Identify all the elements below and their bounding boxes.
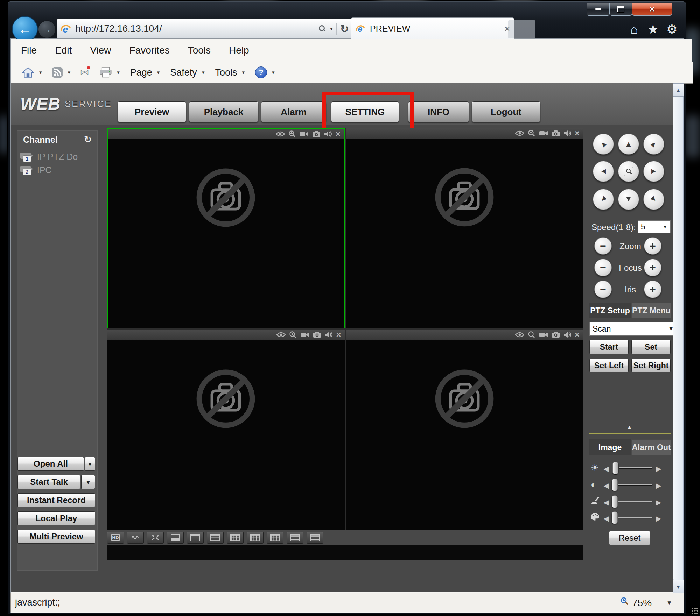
- tools-menu[interactable]: Tools: [215, 67, 237, 78]
- address-bar[interactable]: e http://172.16.13.104/ ▾ ↻: [57, 19, 352, 38]
- ptz-down-button[interactable]: ▲: [618, 189, 639, 210]
- quality-hd-button[interactable]: HD: [107, 532, 124, 544]
- eight-split-button[interactable]: [247, 532, 264, 544]
- back-button[interactable]: ←: [12, 16, 38, 42]
- saturation-slider-handle[interactable]: [612, 495, 618, 508]
- close-stream-icon[interactable]: ×: [336, 331, 341, 339]
- home-button-icon[interactable]: [22, 67, 34, 78]
- video-cell-1[interactable]: ×: [107, 128, 345, 328]
- contrast-slider-handle[interactable]: [612, 479, 618, 491]
- snapshot-icon[interactable]: [313, 331, 321, 338]
- page-menu[interactable]: Page: [130, 67, 152, 78]
- saturation-increase-button[interactable]: ▶: [656, 499, 661, 506]
- snapshot-icon[interactable]: [552, 331, 560, 338]
- tab-preview-page[interactable]: Preview: [118, 101, 186, 122]
- preview-eye-icon[interactable]: [515, 130, 524, 136]
- ptz-menu-tab[interactable]: PTZ Menu: [631, 303, 671, 318]
- close-button[interactable]: ×: [632, 3, 672, 16]
- open-all-dropdown-button[interactable]: ▾: [85, 457, 95, 471]
- safety-dropdown-icon[interactable]: ▾: [202, 69, 205, 76]
- audio-icon[interactable]: [324, 131, 332, 137]
- refresh-button[interactable]: ↻: [340, 23, 349, 35]
- audio-icon[interactable]: [564, 332, 571, 338]
- tab-alarm[interactable]: Alarm: [261, 101, 326, 122]
- menu-edit[interactable]: Edit: [55, 45, 72, 56]
- menu-help[interactable]: Help: [229, 45, 249, 56]
- set-button[interactable]: Set: [631, 340, 671, 354]
- audio-icon[interactable]: [325, 332, 332, 338]
- thirteen-split-button[interactable]: [287, 532, 303, 544]
- multi-preview-button[interactable]: Multi Preview: [18, 530, 95, 544]
- instant-record-button[interactable]: Instant Record: [18, 493, 95, 507]
- contrast-increase-button[interactable]: ▶: [656, 482, 661, 489]
- fluency-button[interactable]: [127, 532, 144, 544]
- brightness-slider-handle[interactable]: [612, 462, 618, 474]
- ptz-up-left-button[interactable]: ▲: [593, 134, 614, 155]
- ptz-up-right-button[interactable]: ▲: [643, 134, 664, 155]
- scroll-down-button[interactable]: ▼: [673, 580, 684, 593]
- rss-feed-icon[interactable]: [52, 67, 63, 78]
- reset-button[interactable]: Reset: [609, 531, 650, 545]
- preview-eye-icon[interactable]: [515, 332, 524, 338]
- menu-tools[interactable]: Tools: [188, 45, 211, 56]
- hue-slider-track[interactable]: [618, 517, 652, 518]
- forward-button[interactable]: →: [38, 20, 56, 38]
- video-cell-2[interactable]: ×: [346, 128, 583, 328]
- home-icon[interactable]: ⌂: [626, 22, 643, 37]
- open-all-button[interactable]: Open All: [18, 457, 84, 471]
- close-stream-icon[interactable]: ×: [335, 130, 340, 138]
- print-icon[interactable]: [99, 67, 112, 78]
- snapshot-icon[interactable]: [312, 131, 321, 137]
- ptz-down-left-button[interactable]: ▲: [593, 189, 614, 210]
- collapse-panel-icon[interactable]: ▲: [626, 424, 632, 431]
- nine-split-button[interactable]: [267, 532, 284, 544]
- print-dropdown-icon[interactable]: ▾: [117, 69, 120, 76]
- zoom-level[interactable]: 75%: [632, 597, 652, 609]
- zoom-minus-button[interactable]: −: [594, 237, 612, 255]
- menu-view[interactable]: View: [90, 45, 111, 56]
- start-talk-dropdown-button[interactable]: ▾: [81, 475, 95, 489]
- help-icon[interactable]: ?: [255, 66, 267, 78]
- audio-icon[interactable]: [564, 130, 571, 136]
- saturation-slider-track[interactable]: [618, 501, 652, 502]
- digital-zoom-icon[interactable]: [289, 331, 297, 339]
- record-icon[interactable]: [300, 332, 309, 338]
- original-ratio-button[interactable]: [167, 532, 184, 544]
- safety-menu[interactable]: Safety: [170, 67, 197, 78]
- snapshot-icon[interactable]: [552, 130, 560, 137]
- settings-gear-icon[interactable]: ⚙: [664, 22, 680, 37]
- local-play-button[interactable]: Local Play: [18, 511, 95, 525]
- contrast-decrease-button[interactable]: ◀: [603, 482, 609, 489]
- search-dropdown-icon[interactable]: ▾: [330, 26, 333, 32]
- hue-decrease-button[interactable]: ◀: [603, 515, 609, 522]
- focus-plus-button[interactable]: +: [644, 259, 662, 276]
- ptz-right-button[interactable]: ▲: [643, 161, 664, 182]
- ptz-setup-tab[interactable]: PTZ Setup: [589, 303, 631, 318]
- four-split-button[interactable]: [207, 532, 224, 544]
- image-tab[interactable]: Image: [589, 439, 631, 455]
- digital-zoom-icon[interactable]: [528, 331, 536, 339]
- refresh-channels-icon[interactable]: ↻: [84, 134, 92, 145]
- close-stream-icon[interactable]: ×: [575, 331, 580, 339]
- zoom-dropdown-icon[interactable]: ▼: [666, 600, 672, 607]
- contrast-slider-track[interactable]: [618, 484, 652, 485]
- search-icon[interactable]: [319, 25, 326, 32]
- focus-minus-button[interactable]: −: [594, 259, 612, 276]
- speed-select[interactable]: 5 ▼: [638, 220, 671, 233]
- ptz-up-button[interactable]: ▲: [618, 134, 639, 155]
- record-icon[interactable]: [539, 332, 548, 338]
- digital-zoom-icon[interactable]: [528, 129, 536, 137]
- start-talk-button[interactable]: Start Talk: [18, 475, 80, 489]
- resize-grip[interactable]: [691, 607, 699, 615]
- help-dropdown-icon[interactable]: ▾: [272, 69, 275, 76]
- digital-zoom-icon[interactable]: [288, 130, 296, 138]
- brightness-increase-button[interactable]: ▶: [656, 465, 661, 472]
- menu-favorites[interactable]: Favorites: [130, 45, 170, 56]
- channel-item-ipc[interactable]: 2 IPC: [20, 164, 93, 176]
- new-tab-button[interactable]: [508, 20, 536, 38]
- close-stream-icon[interactable]: ×: [575, 129, 580, 137]
- tab-info[interactable]: INFO: [408, 101, 469, 122]
- fullscreen-button[interactable]: [147, 532, 164, 544]
- saturation-decrease-button[interactable]: ◀: [603, 499, 609, 506]
- tab-logout[interactable]: Logout: [472, 101, 540, 122]
